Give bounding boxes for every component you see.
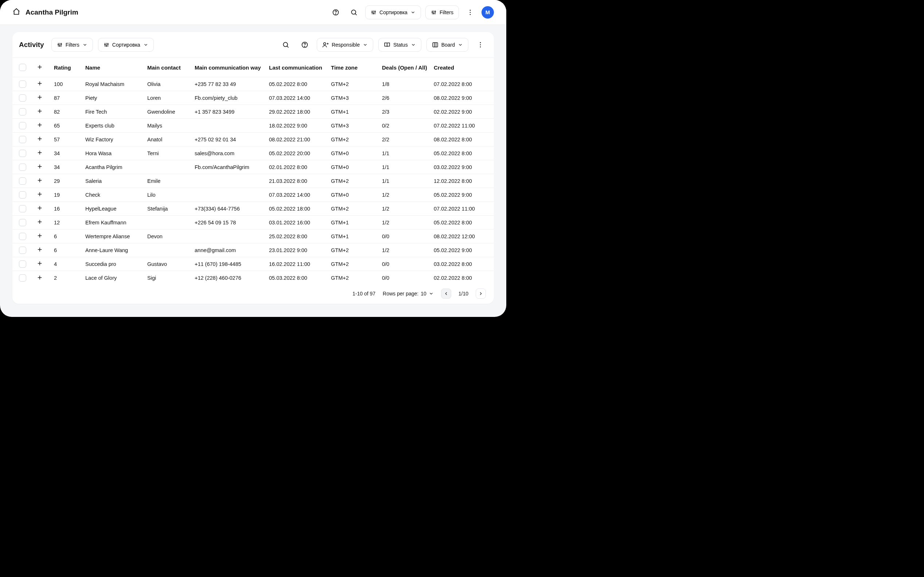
table-row[interactable]: 6 Anne-Laure Wang anne@gmail.com 23.01.2… (12, 243, 494, 257)
row-add-icon[interactable] (36, 219, 43, 225)
search-icon[interactable] (347, 5, 361, 19)
col-deals[interactable]: Deals (Open / All) (382, 64, 434, 71)
board-button[interactable]: Board (426, 38, 468, 52)
table-row[interactable]: 16 HypelLeague Stefanija +73(334) 644-77… (12, 202, 494, 216)
cell-deals: 2/3 (382, 109, 434, 115)
col-created[interactable]: Created (434, 64, 488, 71)
row-add-icon[interactable] (36, 177, 43, 184)
table-row[interactable]: 82 Fire Tech Gwendoline +1 357 823 3499 … (12, 105, 494, 119)
avatar[interactable]: M (481, 6, 494, 19)
svg-point-17 (107, 44, 108, 45)
panel-filters-label: Filters (66, 42, 79, 48)
cell-rating: 65 (54, 123, 85, 129)
col-tz[interactable]: Time zone (331, 64, 382, 71)
cell-created: 07.02.2022 8:00 (434, 81, 488, 87)
rpp-label: Rows per page: (383, 291, 418, 297)
panel-sort-button[interactable]: Сортировка (98, 38, 154, 52)
cell-comm: +12 (228) 460-0276 (195, 275, 269, 281)
cell-tz: GTM+0 (331, 164, 382, 170)
row-checkbox[interactable] (19, 247, 26, 254)
sort-button[interactable]: Сортировка (365, 5, 421, 19)
cell-tz: GTM+1 (331, 109, 382, 115)
row-add-icon[interactable] (36, 191, 43, 197)
row-add-icon[interactable] (36, 163, 43, 170)
pager-page: 1/10 (459, 291, 468, 297)
table-row[interactable]: 6 Wertempre Alianse Devon 25.02.2022 8:0… (12, 229, 494, 243)
row-checkbox[interactable] (19, 94, 26, 102)
cell-deals: 2/2 (382, 137, 434, 142)
cell-contact: Olivia (147, 81, 195, 87)
row-add-icon[interactable] (36, 232, 43, 239)
svg-point-3 (372, 12, 373, 13)
cell-deals: 1/2 (382, 192, 434, 198)
rows-per-page[interactable]: Rows per page: 10 (383, 291, 434, 297)
svg-point-4 (373, 13, 374, 14)
row-checkbox[interactable] (19, 177, 26, 185)
panel-help-icon[interactable] (298, 38, 312, 52)
row-add-icon[interactable] (36, 80, 43, 87)
row-add-icon[interactable] (36, 149, 43, 156)
cell-last: 23.01.2022 9:00 (269, 247, 331, 253)
next-page-button[interactable] (476, 288, 486, 299)
row-checkbox[interactable] (19, 260, 26, 268)
table-row[interactable]: 19 Check Lilo 07.03.2022 14:00 GTM+0 1/2… (12, 188, 494, 202)
add-row-icon[interactable] (36, 64, 43, 70)
row-add-icon[interactable] (36, 94, 43, 100)
row-add-icon[interactable] (36, 135, 43, 142)
cell-name: Succedia pro (85, 261, 147, 267)
row-add-icon[interactable] (36, 274, 43, 281)
cell-tz: GTM+2 (331, 206, 382, 212)
row-add-icon[interactable] (36, 108, 43, 114)
cell-comm: sales@hora.com (195, 150, 269, 156)
prev-page-button[interactable] (441, 288, 451, 299)
home-icon[interactable] (12, 8, 20, 17)
status-button[interactable]: Status (378, 38, 422, 52)
cell-tz: GTM+2 (331, 137, 382, 142)
table-row[interactable]: 2 Lace of Glory Sigi +12 (228) 460-0276 … (12, 271, 494, 285)
row-checkbox[interactable] (19, 191, 26, 198)
row-checkbox[interactable] (19, 81, 26, 88)
svg-point-5 (375, 11, 376, 12)
col-main-contact[interactable]: Main contact (147, 64, 195, 71)
col-main-comm[interactable]: Main communication way (195, 64, 269, 71)
row-checkbox[interactable] (19, 233, 26, 240)
help-icon[interactable] (329, 5, 342, 19)
table-row[interactable]: 100 Royal Machaism Olivia +235 77 82 33 … (12, 77, 494, 91)
table-row[interactable]: 29 Saleria Emile 21.03.2022 8:00 GTM+2 1… (12, 174, 494, 188)
cell-name: Anne-Laure Wang (85, 247, 147, 253)
table-row[interactable]: 4 Succedia pro Gustavo +11 (670) 198-448… (12, 257, 494, 271)
row-checkbox[interactable] (19, 122, 26, 129)
more-icon[interactable] (463, 5, 477, 19)
row-checkbox[interactable] (19, 150, 26, 157)
panel-more-icon[interactable] (473, 38, 487, 52)
panel-filters-button[interactable]: Filters (52, 38, 93, 52)
row-checkbox[interactable] (19, 274, 26, 282)
table-row[interactable]: 87 Piety Loren Fb.com/piety_club 07.03.2… (12, 91, 494, 105)
row-add-icon[interactable] (36, 205, 43, 211)
col-rating[interactable]: Rating (54, 64, 85, 71)
cell-contact: Terni (147, 150, 195, 156)
row-checkbox[interactable] (19, 136, 26, 143)
responsible-button[interactable]: Responsible (317, 38, 373, 52)
panel-search-icon[interactable] (279, 38, 293, 52)
row-checkbox[interactable] (19, 164, 26, 171)
cell-tz: GTM+2 (331, 178, 382, 184)
table-row[interactable]: 57 Wiz Factory Anatol +275 02 92 01 34 0… (12, 132, 494, 147)
table-row[interactable]: 65 Experts club Mailys 18.02.2022 9:00 G… (12, 119, 494, 132)
row-checkbox[interactable] (19, 108, 26, 116)
table-row[interactable]: 34 Acantha Pilgrim Fb.com/AcanthaPilgrim… (12, 160, 494, 174)
row-checkbox[interactable] (19, 205, 26, 212)
table-row[interactable]: 34 Hora Wasa Terni sales@hora.com 05.02.… (12, 147, 494, 160)
svg-point-15 (104, 44, 105, 45)
col-name[interactable]: Name (85, 64, 147, 71)
row-add-icon[interactable] (36, 122, 43, 128)
row-add-icon[interactable] (36, 246, 43, 253)
filters-button[interactable]: Filters (425, 5, 459, 19)
cell-deals: 0/0 (382, 234, 434, 239)
row-checkbox[interactable] (19, 219, 26, 226)
select-all-checkbox[interactable] (19, 64, 26, 71)
chevron-down-icon (82, 42, 87, 47)
col-last-comm[interactable]: Last communication (269, 64, 331, 71)
row-add-icon[interactable] (36, 260, 43, 267)
table-row[interactable]: 12 Efrem Kauffmann +226 54 09 15 78 03.0… (12, 216, 494, 229)
